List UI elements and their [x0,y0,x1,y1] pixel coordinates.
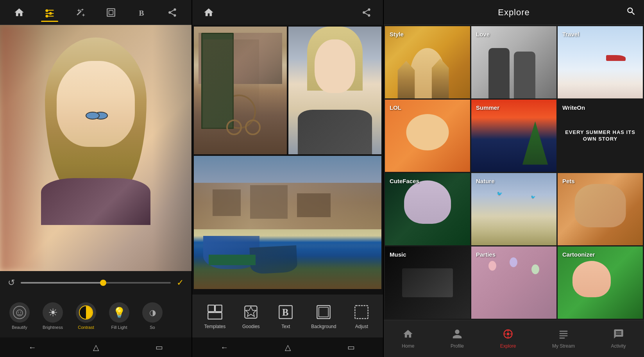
beautify-label: Beautify [12,325,27,330]
explore-cell-summer[interactable]: Summer [471,100,556,172]
cartoonizer-label: Cartoonizer [562,251,595,258]
collage-cell-bicycle[interactable] [194,27,287,154]
pets-label: Pets [562,178,575,184]
nature-label: Nature [476,178,495,184]
contrast-slider-track[interactable] [21,282,171,284]
explore-cell-pets[interactable]: Pets [558,173,643,245]
explore-cell-style[interactable]: Style [385,26,470,98]
recents-button[interactable]: ▭ [156,343,163,352]
templates-label: Templates [204,324,226,329]
explore-nav-label: Explore [500,343,516,349]
explore-title: Explore [498,7,530,18]
goodies-label: Goodies [242,324,260,329]
tool-so[interactable]: ◑ So [137,299,168,333]
tool-brightness[interactable]: ☀ Brightness [37,299,68,333]
svg-rect-21 [319,307,328,317]
home-nav-icon [402,328,413,342]
search-button[interactable] [626,6,636,19]
p2-home-button[interactable]: △ [285,343,291,352]
slider-fill [21,282,103,284]
nav-activity[interactable]: Activity [605,325,632,352]
explore-cell-cartoonizer[interactable]: Cartoonizer [558,246,643,319]
collage-toolbar [192,0,383,25]
svg-rect-32 [559,337,565,338]
collage-share-button[interactable] [358,4,375,21]
collage-canvas [192,25,383,295]
brightness-icon-circle: ☀ [43,302,63,323]
mystream-nav-icon [558,328,569,342]
explore-cell-cutefaces[interactable]: CuteFaces [385,173,470,245]
home-nav-label: Home [402,343,414,349]
collage-cell-portrait[interactable] [288,27,381,154]
share-button[interactable] [164,4,181,21]
back-button[interactable]: ← [29,343,36,352]
contrast-left [80,306,86,319]
adjust-tool[interactable]: Adjust [347,300,376,332]
sun-icon: ☀ [46,306,59,319]
contrast-icon-circle [76,302,96,323]
explore-cell-lol[interactable]: LOL [385,100,470,172]
panel2-nav-bar: ← △ ▭ [192,337,383,357]
svg-rect-29 [559,331,567,332]
text-tool[interactable]: B Text [272,300,300,332]
p2-back-button[interactable]: ← [220,343,228,352]
panel-photo-editor: B ↺ ✓ [0,0,191,357]
home-button[interactable] [11,4,28,21]
frame-button[interactable] [102,4,120,21]
text-icon: B [276,303,295,321]
undo-button[interactable]: ↺ [8,278,15,288]
explore-nav-icon [503,328,513,342]
explore-cell-writeon[interactable]: EVERY SUMMER HAS ITS OWN STORY WriteOn [558,100,643,172]
svg-rect-13 [208,305,215,312]
svg-rect-10 [107,9,115,16]
so-icon: ◑ [149,308,156,317]
magic-wand-button[interactable] [72,4,89,21]
templates-tool[interactable]: Templates [200,300,231,332]
home-nav-button[interactable]: △ [93,343,99,352]
svg-text:B: B [139,9,144,17]
bg-blur-left [0,25,47,271]
slider-thumb[interactable] [100,280,106,286]
fill-light-icon-circle: 💡 [109,302,129,323]
travel-label: Travel [562,31,579,37]
so-label: So [150,325,155,330]
nav-home[interactable]: Home [396,325,420,352]
explore-cell-parties[interactable]: Parties [471,246,556,319]
goodies-tool[interactable]: Goodies [237,300,265,332]
smiley-icon [13,306,26,319]
svg-rect-16 [245,306,257,318]
scarf [41,178,150,225]
collage-cell-boats[interactable] [194,156,381,289]
nav-profile[interactable]: Profile [445,325,470,352]
tool-fill-light[interactable]: 💡 Fill Light [104,299,135,333]
explore-bottom-nav: Home Profile Explore My Stream Activity [384,320,644,357]
svg-text:B: B [282,307,288,318]
templates-icon [206,303,224,321]
tool-contrast[interactable]: Contrast [70,299,102,333]
profile-nav-icon [452,328,463,342]
nav-mystream[interactable]: My Stream [546,325,581,352]
love-label: Love [476,31,490,37]
background-tool[interactable]: Background [306,300,341,332]
explore-cell-music[interactable]: Music [385,246,470,319]
confirm-button[interactable]: ✓ [177,278,184,288]
explore-cell-nature[interactable]: 🐦 🐦 Nature [471,173,556,245]
svg-marker-17 [246,307,256,316]
svg-rect-30 [559,333,567,334]
tool-beautify[interactable]: Beautify [4,299,35,333]
collage-home-button[interactable] [200,4,217,21]
svg-rect-31 [559,336,567,336]
explore-cell-love[interactable]: Love [471,26,556,98]
text-label: Text [281,324,290,329]
brightness-slider-area: ↺ ✓ [0,271,191,295]
adjust-label: Adjust [355,324,368,329]
p2-recents-button[interactable]: ▭ [347,343,355,352]
svg-rect-15 [208,312,222,319]
explore-cell-travel[interactable]: Travel [558,26,643,98]
panel-explore: Explore Style Love Travel [383,0,644,357]
edit-sliders-button[interactable] [41,4,58,21]
bold-b-button[interactable]: B [133,4,150,21]
music-label: Music [390,251,406,258]
svg-point-3 [46,9,48,12]
nav-explore[interactable]: Explore [494,325,522,352]
